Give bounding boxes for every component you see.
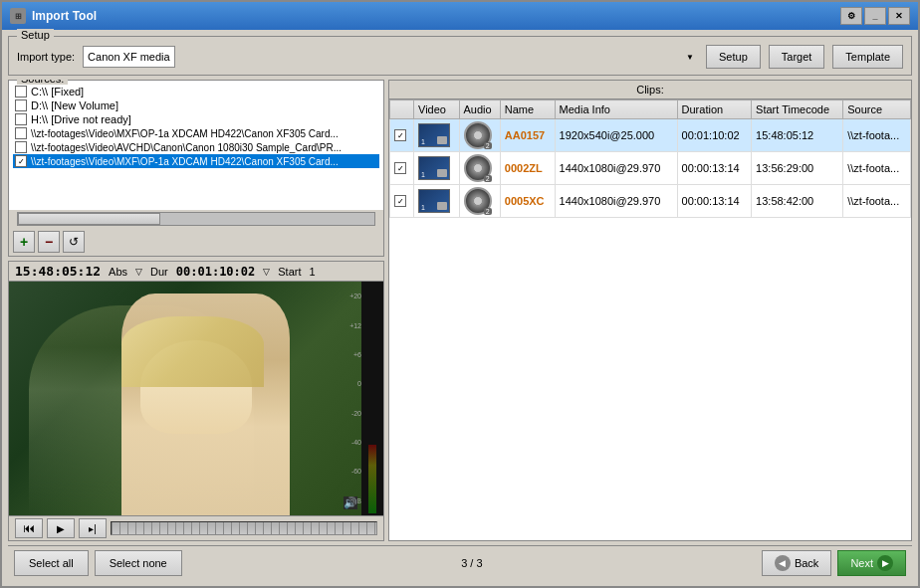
clip-audio-thumb-0: 2 [464,121,496,149]
clip-name-0: AA0157 [505,129,545,141]
clips-table: Video Audio Name Media Info Duration Sta… [389,99,911,540]
source-item-0[interactable]: C:\\ [Fixed] [13,85,379,98]
scrollbar-thumb [18,213,160,225]
import-type-label: Import type: [17,51,75,63]
refresh-source-button[interactable]: ↺ [63,231,85,253]
clips-group: Clips: Video Audio Name Media Info [388,80,912,541]
clip-count: 3 / 3 [461,557,482,569]
vu-meter [361,282,383,515]
source-item-1[interactable]: D:\\ [New Volume] [13,98,379,112]
clip-source-2: \\zt-foota... [847,195,899,207]
clip-start-tc-2: 13:58:42:00 [756,195,813,207]
source-checkbox-4[interactable] [15,141,27,153]
timeline[interactable] [111,521,377,535]
source-checkbox-2[interactable] [15,113,27,125]
dur-label: Dur [150,266,168,278]
col-duration: Duration [677,100,752,119]
clip-checkbox-0[interactable] [394,129,406,141]
source-item-3[interactable]: \\zt-footages\Video\MXF\OP-1a XDCAM HD42… [13,126,379,140]
app-icon: ⊞ [10,8,26,24]
start-value: 1 [310,266,316,278]
clip-checkbox-2[interactable] [394,195,406,207]
clip-start-tc-1: 13:56:29:00 [756,162,813,174]
clip-duration-0: 00:01:10:02 [682,129,740,141]
clip-audio-thumb-1: 2 [464,154,496,182]
play-button[interactable]: ▶ [47,518,75,538]
bottom-panels: Sources: C:\\ [Fixed] D:\\ [New Volume] [8,80,912,541]
clip-name-1: 0002ZL [505,162,543,174]
remove-source-button[interactable]: − [38,231,60,253]
source-item-2[interactable]: H:\\ [Drive not ready] [13,112,379,126]
video-thumbnail-0: 1 [418,123,450,147]
source-toolbar: + − ↺ [9,228,383,256]
col-media-info: Media Info [555,100,677,119]
right-panel: Clips: Video Audio Name Media Info [388,80,912,541]
clip-source-1: \\zt-foota... [847,162,899,174]
preview-info: 15:48:05:12 Abs ▽ Dur 00:01:10:02 ▽ Star… [9,262,383,282]
source-checkbox-0[interactable] [15,86,27,98]
back-label: Back [795,557,818,569]
back-button[interactable]: ◀ Back [762,550,831,576]
table-row: 1 2 [390,119,911,152]
play-controls: ⏮ ▶ ▸| [9,515,383,540]
col-start-tc: Start Timecode [752,100,843,119]
audio-thumbnail-0: 2 [464,121,492,149]
col-source: Source [843,100,911,119]
clip-checkbox-1[interactable] [394,162,406,174]
video-thumbnail-1: 1 [418,156,450,180]
preview-duration: 00:01:10:02 [176,265,255,279]
source-item-4[interactable]: \\zt-footages\Video\AVCHD\Canon\Canon 10… [13,140,379,154]
import-type-select-wrapper: Canon XF media [83,46,698,68]
back-arrow-icon: ◀ [775,555,791,571]
bottom-bar: Select all Select none 3 / 3 ◀ Back Next… [8,545,912,580]
volume-icon[interactable]: 🔊 [344,496,357,509]
select-none-button[interactable]: Select none [95,550,182,576]
col-checkbox [390,100,414,119]
clip-media-info-0: 1920x540i@25.000 [560,129,655,141]
target-button[interactable]: Target [769,45,825,69]
import-type-select[interactable]: Canon XF media [83,46,175,68]
select-all-button[interactable]: Select all [14,550,89,576]
clip-duration-1: 00:00:13:14 [682,162,740,174]
step-forward-button[interactable]: ▸| [79,518,107,538]
timecode-abs-label: Abs [109,266,127,278]
vu-bar-left [368,445,376,513]
main-content: Setup Import type: Canon XF media Setup … [2,30,918,586]
audio-thumbnail-2: 2 [464,187,492,215]
clip-media-info-2: 1440x1080i@29.970 [560,195,661,207]
template-button[interactable]: Template [832,45,903,69]
preview-timecode: 15:48:05:12 [15,264,101,279]
next-arrow-icon: ▶ [877,555,893,571]
table-row: 1 2 [390,152,911,185]
clip-video-thumb-1: 1 [418,156,455,180]
add-source-button[interactable]: + [13,231,35,253]
source-item-5[interactable]: \\zt-footages\Video\MXF\OP-1a XDCAM HD42… [13,154,379,168]
minimize-button[interactable]: _ [864,7,886,25]
video-frame [9,282,383,515]
col-video: Video [414,100,460,119]
clip-video-thumb-0: 1 [418,123,455,147]
title-bar: ⊞ Import Tool ⚙ _ ✕ [2,2,918,30]
setup-label: Setup [17,29,54,41]
next-button[interactable]: Next ▶ [837,550,906,576]
clip-duration-2: 00:00:13:14 [682,195,740,207]
source-checkbox-1[interactable] [15,99,27,111]
setup-group: Setup Import type: Canon XF media Setup … [8,36,912,76]
vu-labels: +20 +12 +6 0 -20 -40 -60 dB [342,282,361,515]
source-checkbox-5[interactable] [15,155,27,167]
clip-start-tc-0: 15:48:05:12 [756,129,813,141]
col-audio: Audio [459,100,500,119]
window-controls: ⚙ _ ✕ [840,7,910,25]
clip-video-thumb-2: 1 [418,189,455,213]
main-window: ⊞ Import Tool ⚙ _ ✕ Setup Import type: C… [0,0,920,588]
sources-list[interactable]: C:\\ [Fixed] D:\\ [New Volume] H:\\ [Dri… [9,81,383,210]
sources-scrollbar[interactable] [17,212,375,226]
close-button[interactable]: ✕ [888,7,910,25]
start-label: Start [278,266,301,278]
source-checkbox-3[interactable] [15,127,27,139]
next-label: Next [850,557,873,569]
skip-to-start-button[interactable]: ⏮ [15,518,43,538]
clip-media-info-1: 1440x1080i@29.970 [560,162,661,174]
settings-icon[interactable]: ⚙ [840,7,862,25]
setup-button[interactable]: Setup [706,45,761,69]
